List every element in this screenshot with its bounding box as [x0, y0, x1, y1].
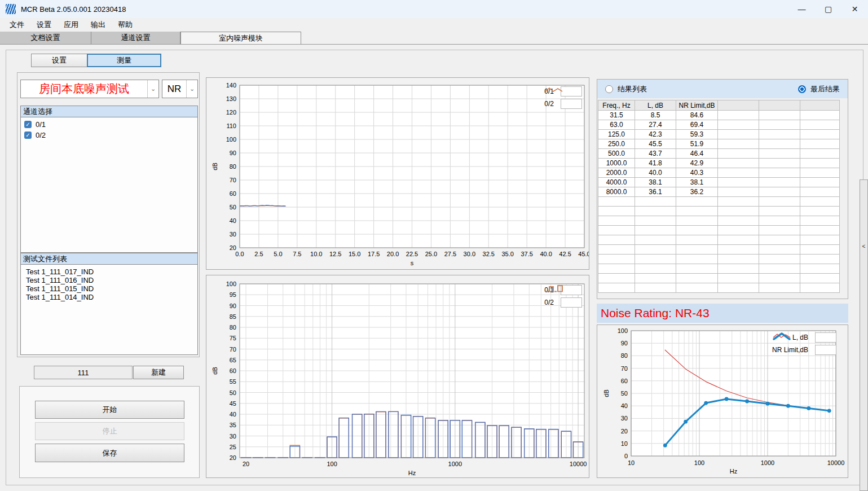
menu-item-2[interactable]: 应用 [58, 19, 85, 31]
table-cell: 38.1 [635, 178, 676, 187]
tab-document-settings[interactable]: 文档设置 [0, 32, 91, 44]
table-row-empty [598, 226, 840, 235]
svg-text:5.0: 5.0 [274, 251, 282, 257]
table-row[interactable]: 4000.038.138.1 [598, 178, 840, 187]
close-button[interactable]: ✕ [841, 0, 868, 18]
svg-text:22.5: 22.5 [406, 251, 418, 257]
svg-text:10000: 10000 [827, 459, 845, 466]
table-row[interactable]: 1000.041.842.9 [598, 159, 840, 168]
table-row[interactable]: 8000.036.136.2 [598, 187, 840, 197]
maximize-button[interactable]: ▢ [815, 0, 841, 18]
time-chart-legend: 0/10/2 [544, 86, 582, 109]
table-row[interactable]: 250.045.551.9 [598, 139, 840, 149]
svg-text:40: 40 [621, 402, 628, 409]
chevron-down-icon[interactable]: ⌄ [186, 80, 197, 98]
table-cell [800, 226, 840, 235]
checkbox-checked-icon[interactable]: ✓ [24, 131, 32, 139]
menu-item-0[interactable]: 文件 [3, 19, 30, 31]
menu-item-4[interactable]: 帮助 [112, 19, 139, 31]
file-list-item[interactable]: Test 1_111_017_IND [21, 268, 197, 276]
table-cell: 69.4 [676, 120, 718, 130]
table-cell [676, 283, 718, 293]
collapse-left-icon[interactable]: < [862, 243, 866, 490]
checkbox-checked-icon[interactable]: ✓ [24, 121, 32, 128]
panel-collapse-splitter[interactable]: < [860, 179, 868, 491]
new-button[interactable]: 新建 [133, 366, 184, 379]
table-row[interactable]: 63.027.469.4 [598, 120, 840, 130]
test-type-select[interactable]: 房间本底噪声测试 ⌄ [20, 80, 159, 98]
radio-off-icon[interactable] [605, 85, 613, 93]
table-row-empty [598, 235, 840, 245]
svg-text:30: 30 [621, 415, 628, 422]
table-cell [598, 235, 635, 245]
table-row-empty [598, 255, 840, 264]
table-cell: 38.1 [676, 178, 718, 187]
table-cell [676, 245, 718, 255]
table-row[interactable]: 500.043.746.4 [598, 149, 840, 159]
rating-standard-select[interactable]: NR ⌄ [162, 80, 198, 98]
table-cell [800, 245, 840, 255]
svg-text:60: 60 [621, 378, 628, 384]
start-button[interactable]: 开始 [35, 401, 184, 419]
tab-channel-settings[interactable]: 通道设置 [91, 32, 180, 44]
file-list-item[interactable]: Test 1_111_014_IND [21, 293, 197, 301]
table-cell [718, 207, 759, 216]
channel-item-0/1[interactable]: ✓0/1 [21, 119, 197, 130]
table-row[interactable]: 125.042.359.3 [598, 130, 840, 139]
svg-text:100: 100 [226, 280, 236, 287]
channel-label: 0/1 [36, 120, 46, 129]
subtab-measure[interactable]: 测量 [87, 54, 161, 67]
svg-text:17.5: 17.5 [368, 251, 380, 257]
table-cell [635, 264, 676, 274]
radio-on-icon[interactable] [798, 85, 806, 93]
table-cell [800, 283, 840, 293]
chevron-down-icon[interactable]: ⌄ [147, 80, 158, 98]
svg-text:90: 90 [230, 303, 236, 309]
nr-chart-legend: L, dBNR Limit,dB [772, 332, 836, 356]
spectrum-chart-legend: 0/10/2 [544, 284, 582, 308]
table-cell: 27.4 [635, 120, 676, 130]
svg-text:1000: 1000 [761, 459, 774, 466]
svg-text:65: 65 [230, 357, 236, 363]
subtab-settings[interactable]: 设置 [31, 54, 87, 67]
svg-text:80: 80 [230, 324, 236, 331]
minimize-button[interactable]: — [788, 0, 815, 18]
result-list-radio[interactable]: 结果列表 [605, 84, 647, 94]
file-list-item[interactable]: Test 1_111_016_IND [21, 276, 197, 284]
svg-text:0.0: 0.0 [235, 251, 244, 257]
table-header-cell [718, 100, 759, 111]
table-cell: 125.0 [598, 130, 635, 139]
table-header-cell: Freq., Hz [598, 100, 635, 111]
svg-text:120: 120 [226, 109, 236, 116]
table-cell: 36.1 [635, 187, 676, 197]
svg-text:10: 10 [621, 440, 628, 447]
svg-text:10.0: 10.0 [310, 251, 322, 257]
file-list-item[interactable]: Test 1_111_015_IND [21, 284, 197, 293]
bar-series-icon [561, 297, 582, 308]
menu-item-1[interactable]: 设置 [30, 19, 58, 31]
svg-text:40: 40 [230, 411, 236, 418]
svg-text:Hz: Hz [408, 470, 416, 476]
line-series-icon [561, 86, 582, 97]
svg-text:30: 30 [230, 231, 236, 238]
svg-text:55: 55 [230, 378, 236, 385]
table-cell [759, 264, 800, 274]
table-row[interactable]: 31.58.584.6 [598, 111, 840, 120]
table-cell [718, 159, 759, 168]
file-name-input[interactable] [34, 366, 133, 379]
table-cell [718, 255, 759, 264]
tab-indoor-noise-module[interactable]: 室内噪声模块 [180, 32, 301, 44]
menu-item-3[interactable]: 输出 [85, 19, 112, 31]
table-header-cell: NR Limit,dB [676, 100, 718, 111]
file-section-header: 测试文件列表 [20, 253, 198, 265]
save-button[interactable]: 保存 [35, 444, 184, 462]
channel-item-0/2[interactable]: ✓0/2 [21, 130, 197, 141]
table-cell [759, 197, 800, 207]
svg-text:80: 80 [621, 352, 628, 359]
svg-text:130: 130 [226, 95, 236, 102]
table-cell [598, 283, 635, 293]
svg-text:20: 20 [230, 454, 236, 461]
table-row[interactable]: 2000.040.040.3 [598, 168, 840, 178]
last-result-radio[interactable]: 最后结果 [798, 84, 840, 94]
table-cell [676, 264, 718, 274]
